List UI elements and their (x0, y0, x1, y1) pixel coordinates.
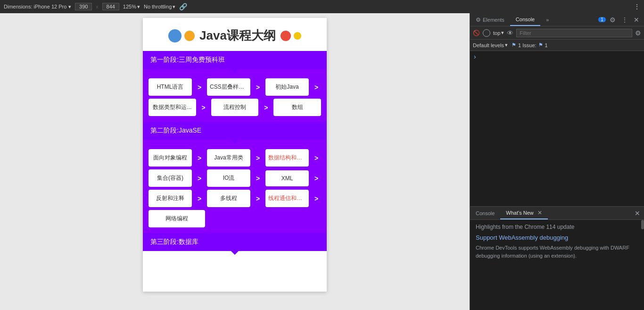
arrow-icon5: > (261, 104, 271, 111)
arrow-icon1: > (195, 84, 204, 91)
console-tab-label: Console (516, 17, 535, 22)
main-layout: Java课程大纲 第一阶段:三周免费预科班 HTML语言 > CSS层叠样式表 … (0, 13, 644, 310)
more-options-icon[interactable]: ⋮ (634, 3, 640, 10)
default-levels-selector[interactable]: Default levels ▾ (473, 42, 508, 48)
stage2-label: 第二阶段:JavaSE (150, 126, 201, 134)
arrow-icon14: > (312, 195, 321, 202)
browser-viewport: Java课程大纲 第一阶段:三周免费预科班 HTML语言 > CSS层叠样式表 … (0, 13, 470, 310)
arrow-icon7: > (253, 154, 263, 162)
tab-console[interactable]: Console (510, 13, 540, 26)
list-item[interactable]: Java常用类 (207, 149, 250, 167)
devtools-panel: ⚙ Elements Console » 1 ⚙ ⋮ ✕ 🚫 top ▾ (470, 13, 644, 310)
filter-no-entry-icon[interactable]: 🚫 (473, 30, 480, 36)
device-selector[interactable]: Dimensions: iPhone 12 Pro ▾ (4, 4, 71, 10)
eye-icon[interactable]: 👁 (507, 29, 513, 37)
list-item[interactable]: CSS层叠样式表 (207, 78, 250, 96)
zoom-arrow: ▾ (137, 4, 140, 10)
dot-red (281, 31, 291, 41)
default-levels-label: Default levels (473, 42, 504, 48)
arrow-icon10: > (253, 175, 263, 182)
list-item[interactable]: 数据结构和算法 (265, 149, 309, 167)
list-item[interactable]: 网络编程 (149, 210, 205, 227)
stage1-section: HTML语言 > CSS层叠样式表 > 初始Java > 数据类型和运... >… (143, 69, 327, 122)
stage1-label: 第一阶段:三周免费预科班 (150, 56, 225, 63)
console-bottom-label: Console (476, 210, 495, 216)
settings-icon[interactable]: ⚙ (608, 15, 618, 25)
devtools-right-icons: 1 ⚙ ⋮ ✕ (595, 13, 644, 26)
tab-elements[interactable]: ⚙ Elements (470, 13, 510, 26)
list-item[interactable]: 反射和注释 (149, 190, 192, 207)
issues-badge: 1 (598, 17, 606, 22)
context-selector[interactable]: top ▾ (493, 30, 504, 36)
chain-icon[interactable]: 🔗 (179, 3, 187, 10)
list-item[interactable]: 多线程 (207, 190, 250, 207)
dimension-x: x (96, 4, 99, 9)
elements-icon: ⚙ (476, 17, 481, 23)
arrow-icon12: > (195, 195, 204, 202)
tab-console-bottom[interactable]: Console (470, 207, 500, 219)
list-item[interactable]: 集合(容器) (149, 169, 192, 187)
arrow-icon6: > (195, 154, 204, 162)
list-item[interactable]: IO流 (207, 169, 250, 187)
arrow-icon2: > (253, 84, 263, 91)
throttle-selector[interactable]: No throttling ▾ (144, 4, 175, 10)
arrow-icon4: > (199, 104, 208, 111)
close-bottom-panel-icon[interactable]: ✕ (631, 207, 644, 219)
zoom-selector[interactable]: 125% ▾ (123, 4, 140, 10)
context-dropdown-arrow: ▾ (501, 30, 504, 36)
vertical-dots-icon[interactable]: ⋮ (619, 15, 630, 25)
bottom-panel: Console What's New ✕ ✕ Highlights from t… (470, 206, 644, 310)
filter-input[interactable] (516, 29, 632, 37)
issues-label: 1 Issue: (518, 42, 537, 48)
dot-yellow (294, 32, 301, 40)
header-dots-right (281, 31, 301, 41)
stage3-label: 第三阶段:数据库 (150, 238, 198, 245)
elements-tab-label: Elements (483, 17, 504, 23)
height-input[interactable]: 844 (102, 3, 119, 10)
whats-new-content: Highlights from the Chrome 114 update Su… (470, 220, 644, 310)
issues-indicator: ⚑ 1 Issue: ⚑ 1 (512, 42, 548, 48)
dot-orange (184, 31, 195, 41)
list-item[interactable]: 数组 (273, 99, 321, 116)
arrow-icon13: > (253, 195, 263, 202)
throttle-arrow: ▾ (173, 4, 175, 10)
device-label: Dimensions: iPhone 12 Pro (4, 4, 66, 9)
list-item[interactable]: 面向对象编程 (149, 149, 192, 167)
issues-count: 1 (545, 42, 548, 48)
page-header: Java课程大纲 (143, 18, 327, 51)
page-title: Java课程大纲 (199, 27, 276, 44)
list-item[interactable]: 数据类型和运... (149, 99, 196, 116)
dot-blue (168, 29, 182, 42)
more-tabs-icon: » (546, 17, 549, 23)
list-item[interactable]: 线程通信和线... (265, 190, 309, 207)
device-dropdown-arrow: ▾ (68, 4, 71, 10)
list-item[interactable]: 初始Java (265, 78, 309, 96)
list-item[interactable]: 流程控制 (211, 99, 259, 116)
issue-flag-icon: ⚑ (512, 42, 516, 48)
context-label: top (493, 30, 500, 36)
console-content: › (470, 51, 644, 206)
close-whats-new-icon[interactable]: ✕ (537, 209, 542, 216)
whats-new-tab-label: What's New (506, 210, 533, 216)
filter-circle-icon[interactable] (483, 29, 490, 37)
bottom-panel-tabs: Console What's New ✕ ✕ (470, 207, 644, 220)
close-devtools-icon[interactable]: ✕ (632, 15, 641, 25)
console-prompt-arrow[interactable]: › (474, 53, 476, 60)
stage2-section: 面向对象编程 > Java常用类 > 数据结构和算法 > 集合(容器) > IO… (143, 140, 327, 233)
levels-dropdown-arrow: ▾ (505, 42, 508, 48)
width-input[interactable]: 390 (75, 3, 92, 10)
console-settings-icon[interactable]: ⚙ (635, 29, 641, 37)
whats-new-support-title[interactable]: Support WebAssembly debugging (476, 234, 638, 241)
tab-more[interactable]: » (540, 13, 554, 26)
console-filter-bar: 🚫 top ▾ 👁 ⚙ (470, 26, 644, 40)
tab-whats-new[interactable]: What's New ✕ (500, 207, 547, 219)
arrow-icon8: > (312, 154, 321, 162)
list-item[interactable]: XML (265, 170, 309, 186)
arrow-icon3: > (312, 84, 321, 91)
levels-bar: Default levels ▾ ⚑ 1 Issue: ⚑ 1 (470, 40, 644, 51)
phone-frame: Java课程大纲 第一阶段:三周免费预科班 HTML语言 > CSS层叠样式表 … (143, 18, 327, 292)
issue-flag-icon2: ⚑ (538, 42, 543, 48)
list-item[interactable]: HTML语言 (149, 78, 192, 96)
stage2-header: 第二阶段:JavaSE (143, 122, 327, 140)
scrollbar-thumb[interactable] (641, 220, 644, 229)
